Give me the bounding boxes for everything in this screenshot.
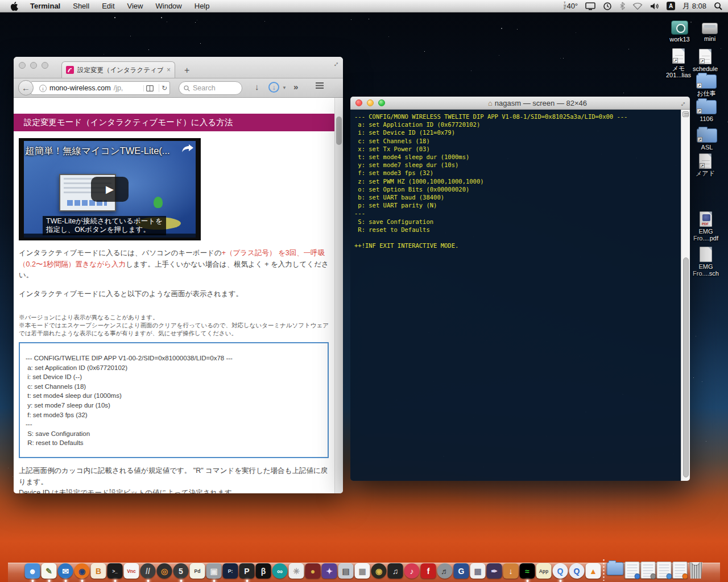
minimized-window-1[interactable]: [625, 562, 640, 579]
volume-icon[interactable]: [650, 2, 659, 10]
back-button[interactable]: ←: [18, 80, 34, 95]
terminal-scrollbar-thumb[interactable]: [683, 257, 689, 477]
desktop-icon-emg-sch[interactable]: EMG Fro....sch: [688, 247, 724, 277]
zoom-button[interactable]: [378, 99, 385, 106]
temperature-widget[interactable]: T M P 40°: [564, 2, 578, 10]
close-button[interactable]: [19, 62, 26, 69]
terminal-icon[interactable]: >_: [107, 563, 123, 579]
tab-close-icon[interactable]: ×: [167, 66, 171, 74]
minimized-window-4[interactable]: [673, 562, 688, 579]
desktop-icon-oshigoto[interactable]: ↗お仕事: [688, 74, 725, 97]
vnc-viewer-icon[interactable]: Vnc: [124, 563, 139, 579]
terminal-content[interactable]: --- CONFIG/MONO WIRELESS TWELITE DIP APP…: [350, 110, 681, 481]
video-play-button[interactable]: ▶: [91, 177, 129, 202]
browser-scrollbar[interactable]: [334, 98, 343, 493]
reader-view-icon[interactable]: [143, 85, 156, 92]
quicktime-7-icon[interactable]: Q: [569, 563, 585, 579]
pure-data-icon[interactable]: Pd: [190, 563, 205, 579]
download-arrow-button[interactable]: ↓: [255, 82, 259, 92]
vlc-icon[interactable]: ▲: [586, 563, 601, 579]
trash-icon[interactable]: [689, 562, 704, 579]
osc-app-icon[interactable]: //: [140, 563, 156, 579]
desktop-icon-asl[interactable]: ↗ASL: [689, 128, 725, 151]
menu-item-help[interactable]: Help: [188, 2, 216, 10]
desktop-icon-folder-1106[interactable]: ↗1106: [688, 100, 725, 122]
photo-stack-app-icon[interactable]: ▩: [470, 563, 486, 579]
menu-hamburger-icon[interactable]: [315, 82, 324, 89]
photos-app-icon[interactable]: ▦: [355, 563, 370, 579]
menu-clock[interactable]: 月 8:08: [682, 1, 706, 11]
five-app-icon[interactable]: 5: [173, 563, 189, 579]
zoom-button[interactable]: [42, 62, 48, 69]
cube-3d-app-icon[interactable]: ▣: [206, 563, 222, 579]
apple-menu[interactable]: [10, 2, 18, 11]
paragraph-2: インタラクティブモードに入ると以下のような画面が表示されます。: [19, 289, 329, 300]
browser-tab[interactable]: 設定変更（インタラクティブ）モ... ×: [61, 61, 175, 78]
desktop-icon-schedule[interactable]: ↗schedule: [687, 49, 723, 72]
firefox-icon[interactable]: ◉: [75, 563, 90, 579]
minimized-window-2[interactable]: [641, 562, 656, 579]
quicktime-icon[interactable]: Q: [553, 563, 568, 579]
app-note-icon[interactable]: App: [536, 563, 552, 579]
processing-dots-icon[interactable]: P:: [223, 563, 238, 579]
menu-item-edit[interactable]: Edit: [96, 2, 121, 10]
running-indicator: [559, 580, 561, 582]
scrollbar-widget-icon[interactable]: [682, 111, 689, 117]
reload-icon[interactable]: ↻: [159, 84, 169, 92]
wifi-icon[interactable]: [632, 2, 643, 10]
menu-item-window[interactable]: Window: [150, 2, 188, 10]
ink-pen-app-icon[interactable]: ✒: [487, 563, 502, 579]
site-info-icon[interactable]: i: [39, 85, 47, 92]
time-machine-icon[interactable]: [603, 2, 612, 11]
flash-player-icon[interactable]: f: [421, 563, 436, 579]
itunes-icon[interactable]: ♪: [404, 563, 420, 579]
crate-download-icon[interactable]: ↓: [503, 563, 519, 579]
input-source-icon[interactable]: A: [667, 2, 675, 10]
browser-toolbar: ← i mono-wireless.com /jp, ↻ Search ↓ ↓ …: [14, 78, 343, 98]
menu-item-view[interactable]: View: [121, 2, 150, 10]
lock-app-icon[interactable]: ●: [305, 563, 321, 579]
thunderbird-icon[interactable]: ✉: [58, 563, 73, 579]
processing-icon[interactable]: P: [239, 563, 255, 579]
desktop-icon-emg-pdf[interactable]: PDFEMG Fro....pdf: [688, 211, 724, 242]
midi-keyboard-icon[interactable]: ♫: [388, 563, 403, 579]
minimized-window-3[interactable]: [657, 562, 672, 579]
display-icon[interactable]: [585, 2, 595, 10]
text-editor-icon[interactable]: ✎: [42, 563, 57, 579]
alias-arrow-badge: ↗: [697, 137, 702, 142]
close-button[interactable]: [355, 99, 362, 106]
minimize-button[interactable]: [30, 62, 37, 69]
app-menu-title[interactable]: Terminal: [24, 2, 67, 10]
video-player[interactable]: 超簡単！無線マイコンTWE-Lite(... ▶ TWE-Liteが接続されてい…: [19, 138, 201, 240]
letter-b-app-icon[interactable]: B: [91, 563, 106, 579]
pinwheel-app-icon[interactable]: ✳: [289, 563, 304, 579]
window-expand-icon[interactable]: ↔: [330, 58, 341, 69]
book-wand-app-icon[interactable]: ✦: [322, 563, 337, 579]
coin-app-icon[interactable]: ◉: [371, 563, 387, 579]
video-share-icon[interactable]: [181, 144, 194, 153]
spotlight-icon[interactable]: [714, 2, 722, 10]
dock-folder-icon[interactable]: [607, 562, 624, 575]
menu-item-shell[interactable]: Shell: [67, 2, 96, 10]
url-bar[interactable]: i mono-wireless.com /jp, ↻: [31, 81, 170, 95]
scanner-app-icon[interactable]: ▤: [338, 563, 354, 579]
downloads-button[interactable]: ↓: [268, 82, 279, 93]
desktop-icon-meado[interactable]: ↗メアド: [687, 153, 723, 177]
new-tab-button[interactable]: +: [184, 65, 189, 76]
desktop-icon-mini[interactable]: mini: [692, 23, 728, 42]
arduino-icon[interactable]: ∞: [272, 563, 288, 579]
beta-app-icon[interactable]: β: [256, 563, 271, 579]
search-field[interactable]: Search: [179, 81, 242, 95]
g-home-app-icon[interactable]: G: [454, 563, 469, 579]
terminal-scrollbar[interactable]: [681, 110, 690, 481]
terminal-title-bar[interactable]: ⌂nagasm — screen — 82×46 ↔: [350, 97, 690, 110]
downloads-caret-icon[interactable]: ▼: [282, 85, 287, 90]
spectrum-app-icon[interactable]: ≈: [520, 563, 535, 579]
loop-ring-app-icon[interactable]: ◎: [157, 563, 172, 579]
minimize-button[interactable]: [367, 99, 374, 106]
toolbar-overflow-button[interactable]: »: [293, 82, 298, 92]
bluetooth-icon[interactable]: [619, 2, 625, 10]
finder-icon[interactable]: ☻: [25, 563, 40, 579]
browser-scrollbar-thumb[interactable]: [336, 117, 342, 145]
headphones-app-icon[interactable]: ♬: [437, 563, 453, 579]
